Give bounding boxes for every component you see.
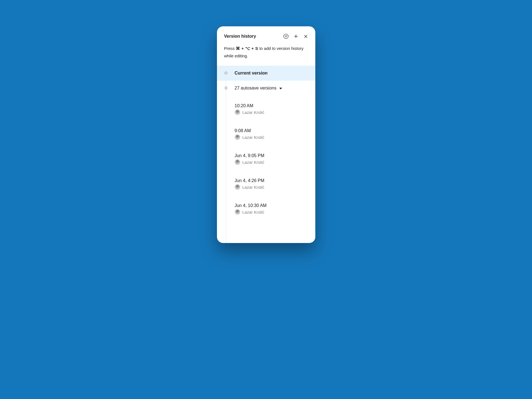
version-time: Jun 4, 9:05 PM [235, 153, 310, 158]
version-list: Current version 27 autosave versions 10:… [217, 66, 315, 243]
chevron-down-icon [279, 86, 282, 91]
version-time: Jun 4, 4:26 PM [235, 178, 310, 183]
shortcut-hint: Press ⌘ + ⌥ + S to add to version histor… [217, 44, 315, 66]
version-user: Lazar Krstić [235, 209, 310, 215]
filter-icon [283, 34, 289, 39]
version-user: Lazar Krstić [235, 109, 310, 115]
avatar [235, 159, 240, 165]
version-history-panel: Version history [217, 26, 315, 243]
version-time: 10:20 AM [235, 103, 310, 108]
avatar [235, 134, 240, 140]
plus-icon [293, 34, 298, 39]
hint-prefix: Press [224, 46, 236, 51]
filter-button[interactable] [283, 33, 289, 40]
current-version-label: Current version [235, 71, 268, 75]
avatar [235, 109, 240, 115]
timeline-dot-icon [225, 72, 227, 74]
version-time: 9:08 AM [235, 128, 310, 133]
svg-point-0 [283, 34, 288, 39]
panel-header: Version history [217, 26, 315, 44]
close-icon [303, 34, 308, 39]
add-version-button[interactable] [293, 33, 299, 40]
avatar [235, 184, 240, 190]
version-user: Lazar Krstić [235, 184, 310, 190]
version-time: Jun 4, 10:30 AM [235, 203, 310, 208]
version-user: Lazar Krstić [235, 134, 310, 140]
version-entry[interactable]: Jun 4, 4:26 PM Lazar Krstić [217, 174, 315, 194]
panel-title: Version history [224, 34, 279, 39]
version-entry[interactable]: 9:08 AM Lazar Krstić [217, 124, 315, 144]
user-name: Lazar Krstić [242, 135, 264, 140]
versions-container: 10:20 AM Lazar Krstić 9:08 AM Lazar Krst… [217, 96, 315, 219]
user-name: Lazar Krstić [242, 160, 264, 165]
current-version-row[interactable]: Current version [217, 66, 315, 81]
close-button[interactable] [303, 33, 309, 40]
user-name: Lazar Krstić [242, 210, 264, 214]
user-name: Lazar Krstić [242, 110, 264, 115]
version-user: Lazar Krstić [235, 159, 310, 165]
version-entry[interactable]: Jun 4, 9:05 PM Lazar Krstić [217, 149, 315, 169]
autosave-group-row[interactable]: 27 autosave versions [217, 81, 315, 96]
autosave-count-label: 27 autosave versions [235, 86, 277, 91]
version-entry[interactable]: Jun 4, 10:30 AM Lazar Krstić [217, 199, 315, 219]
user-name: Lazar Krstić [242, 185, 264, 190]
timeline-line [226, 76, 226, 243]
avatar [235, 209, 240, 215]
hint-shortcut: ⌘ + ⌥ + S [236, 46, 258, 51]
version-entry[interactable]: 10:20 AM Lazar Krstić [217, 99, 315, 119]
timeline-dot-icon [225, 87, 227, 89]
